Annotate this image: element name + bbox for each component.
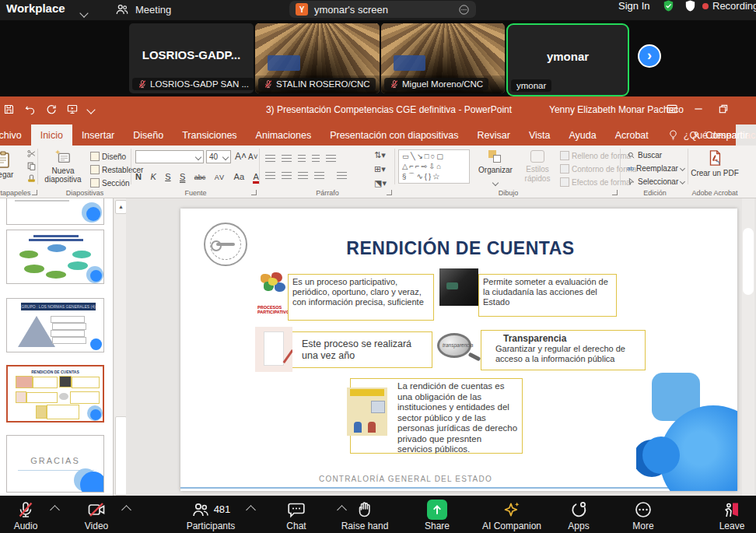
double-underline-button[interactable]: S (180, 172, 185, 181)
thumbnail-scrollbar[interactable]: ▲ (114, 198, 126, 496)
sign-in-button[interactable]: Sign In (618, 0, 649, 12)
ppt-share-button[interactable]: Compartir (683, 124, 756, 146)
character-spacing-button[interactable]: AV (215, 174, 225, 181)
smartart-button[interactable]: ⬔▾ (374, 178, 387, 188)
slide-thumbnail-5[interactable]: GRACIAS (6, 435, 104, 493)
align-left-button[interactable] (265, 172, 275, 180)
replace-button[interactable]: ab Reemplazar (627, 164, 684, 173)
new-slide-button[interactable]: Nueva diapositiva (39, 167, 87, 184)
strikethrough-button[interactable]: abc (194, 174, 206, 181)
find-button[interactable]: Buscar (627, 151, 662, 160)
increase-indent-button[interactable] (312, 155, 320, 163)
slide-pane-scrollbar[interactable] (742, 198, 754, 496)
chat-button[interactable]: Chat (274, 500, 319, 531)
restore-button[interactable] (717, 103, 730, 115)
columns-button[interactable] (337, 172, 347, 180)
tab-meeting[interactable]: Meeting (115, 2, 171, 16)
change-case-button[interactable]: Aa (234, 172, 244, 181)
section-button[interactable]: Sección (90, 178, 130, 188)
encryption-shield-icon[interactable] (662, 0, 675, 12)
scroll-up-button[interactable]: ▲ (115, 200, 127, 214)
paste-button[interactable]: Pegar (0, 170, 23, 179)
line-spacing-button[interactable] (326, 155, 336, 163)
copy-icon[interactable] (26, 161, 37, 171)
ai-companion-button[interactable]: AI Companion (473, 500, 551, 531)
decrease-indent-button[interactable] (298, 155, 306, 163)
format-painter-icon[interactable] (26, 174, 37, 184)
text-direction-button[interactable]: ⇅▾ (374, 150, 386, 160)
tab-inicio[interactable]: Inicio (31, 124, 72, 146)
tab-transiciones[interactable]: Transiciones (173, 124, 246, 146)
more-button[interactable]: More (621, 500, 666, 531)
paste-icon[interactable] (0, 149, 12, 170)
tab-insertar[interactable]: Insertar (72, 124, 124, 146)
save-icon[interactable] (3, 103, 15, 115)
grow-font-button[interactable]: A˄ (235, 151, 247, 162)
screen-share-indicator[interactable]: Y ymonar's screen (289, 1, 476, 18)
dialog-launcher-icon[interactable] (251, 190, 257, 195)
participatory-process-image[interactable]: PROCESOS PARTICIPATIVOS (257, 271, 292, 316)
video-options-chevron[interactable] (121, 505, 131, 515)
video-button[interactable]: Video (75, 500, 118, 531)
layout-button[interactable]: Diseño (90, 152, 126, 161)
ribbon-display-options-icon[interactable] (666, 103, 678, 115)
font-size-combobox[interactable]: 40 (206, 150, 231, 163)
slide-editor[interactable]: RENDICIÓN DE CUENTAS PROCESOS PARTICIPAT… (180, 209, 737, 491)
shrink-font-button[interactable]: A˅ (248, 153, 258, 161)
video-tile-miguel[interactable]: Miguel Moreno/CNC (381, 23, 505, 93)
evaluation-textbox[interactable]: Permite someter a evaluación de la ciuda… (478, 274, 617, 317)
redo-icon[interactable] (45, 103, 57, 115)
shapes-gallery[interactable]: ▭╲↘□○▢ △⌐⌐⇨⇩⌂ §⌒∿{}☆ (398, 149, 470, 184)
underline-button[interactable]: S (165, 172, 170, 181)
video-tile-stalin[interactable]: STALIN ROSERO/CNC (255, 23, 380, 93)
participants-button[interactable]: 481 Participants (176, 500, 246, 531)
dialog-launcher-icon[interactable] (32, 190, 37, 195)
participants-options-chevron[interactable] (246, 505, 256, 515)
tab-ayuda[interactable]: Ayuda (560, 124, 606, 146)
slide-title[interactable]: RENDICIÓN DE CUENTAS (297, 238, 624, 259)
tab-revisar[interactable]: Revisar (468, 124, 520, 146)
dialog-launcher-icon[interactable] (387, 190, 392, 195)
more-options-icon[interactable] (458, 4, 470, 16)
customize-qat-icon[interactable] (86, 105, 95, 114)
create-pdf-button[interactable]: Crear un PDF (689, 169, 740, 178)
account-user-name[interactable]: Yenny Elizabeth Monar Pacheco (549, 104, 684, 115)
definition-textbox[interactable]: Es un proceso participativo, periódico, … (288, 274, 434, 321)
align-center-button[interactable] (282, 172, 292, 180)
dialog-launcher-icon[interactable] (612, 190, 618, 195)
select-button[interactable]: Seleccionar (627, 177, 684, 186)
slide-thumbnail-1[interactable] (6, 198, 104, 225)
bold-button[interactable]: N (135, 172, 142, 181)
scrollbar-thumb[interactable] (743, 228, 754, 295)
share-screen-button[interactable]: Share (412, 500, 462, 531)
slide-thumbnail-2[interactable] (6, 230, 104, 284)
tab-vista[interactable]: Vista (520, 124, 560, 146)
arrange-button[interactable]: Organizar (474, 150, 516, 188)
audio-button[interactable]: Audio (5, 500, 47, 531)
transparency-textbox[interactable]: Transparencia Garantizar y regular el de… (481, 330, 646, 370)
evaluation-photo[interactable] (439, 268, 478, 306)
tab-archivo[interactable]: Archivo (0, 124, 31, 146)
tab-acrobat[interactable]: Acrobat (606, 124, 658, 146)
bullets-button[interactable] (265, 155, 275, 163)
numbering-button[interactable] (282, 155, 292, 163)
tab-animaciones[interactable]: Animaciones (247, 124, 321, 146)
tab-diseno[interactable]: Diseño (124, 124, 173, 146)
checklist-illustration[interactable] (255, 327, 292, 372)
apps-button[interactable]: Apps (557, 500, 600, 531)
video-tile-ymonar-active-speaker[interactable]: ymonar ymonar (506, 23, 629, 96)
font-color-button[interactable]: A (253, 172, 258, 184)
scrollbar-thumb[interactable] (115, 416, 127, 496)
slide-thumbnail-3[interactable]: GRUPO : LOS NORMAS GENERALES (4) (6, 298, 104, 352)
next-participants-button[interactable]: › (638, 44, 661, 68)
cut-icon[interactable] (26, 149, 37, 159)
justify-button[interactable] (314, 172, 324, 180)
start-slideshow-icon[interactable] (66, 103, 79, 115)
align-right-button[interactable] (298, 172, 308, 180)
leave-button[interactable]: Leave (709, 500, 754, 531)
tab-presentacion[interactable]: Presentación con diapositivas (320, 124, 467, 146)
audio-options-chevron[interactable] (50, 505, 60, 515)
workspace-menu[interactable]: Workplace (6, 2, 65, 15)
transparency-magnifier-image[interactable]: transparencia (434, 331, 481, 366)
font-name-combobox[interactable] (135, 150, 204, 163)
